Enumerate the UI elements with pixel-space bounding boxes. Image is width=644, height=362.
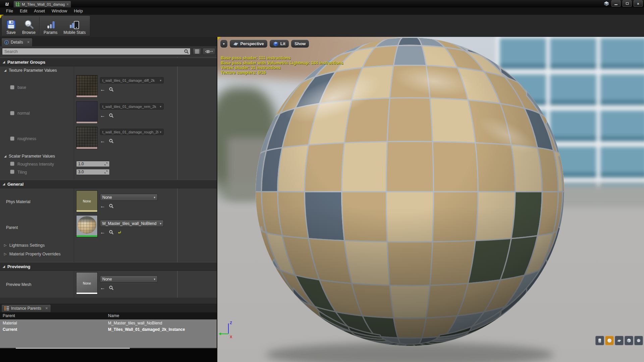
expanded-triangle-icon: ◢ (3, 265, 5, 268)
restore-button[interactable] (623, 0, 632, 7)
parent-material-thumbnail[interactable] (76, 215, 98, 237)
document-tab[interactable]: M_Tiles_Wall_01_damage × (13, 1, 71, 7)
parent-material-combo[interactable]: M_Master_tiles_wall_NoBlend ▾ (100, 220, 164, 227)
row-lightmass-settings[interactable]: ▷ Lightmass Settings (0, 241, 178, 249)
save-button[interactable]: Save (3, 16, 19, 36)
perspective-button[interactable]: Perspective (229, 40, 268, 48)
section-previewing[interactable]: ◢ Previewing (0, 262, 217, 271)
details-panel: i Details × (0, 37, 217, 304)
property-label: Preview Mesh (6, 282, 31, 287)
plane-icon (616, 338, 622, 343)
shape-sphere-button-selected[interactable] (605, 336, 614, 345)
browse-to-asset-icon[interactable] (109, 230, 114, 235)
use-selected-asset-icon[interactable]: ← (100, 230, 105, 235)
custom-mesh-icon (636, 338, 641, 343)
browse-to-asset-icon[interactable] (109, 204, 114, 208)
instance-parents-tab-close-icon[interactable]: × (45, 306, 48, 310)
param-label: roughness (17, 136, 36, 141)
params-icon (46, 19, 56, 29)
override-checkbox[interactable] (10, 170, 14, 174)
group-texture-parameter-values[interactable]: ◢ Texture Parameter Values (0, 66, 178, 74)
document-tab-title: M_Tiles_Wall_01_damage (22, 2, 65, 6)
property-label: Phys Material (6, 199, 31, 204)
shape-cube-button[interactable] (625, 336, 633, 345)
lit-mode-button[interactable]: Lit (269, 40, 289, 48)
reset-to-default-icon[interactable] (117, 230, 121, 234)
override-checkbox[interactable] (10, 162, 14, 166)
menu-window[interactable]: Window (48, 7, 70, 15)
menu-help[interactable]: Help (70, 7, 86, 15)
column-header-name[interactable]: Name (108, 313, 119, 318)
chevron-down-icon: ▾ (154, 196, 155, 199)
texture-thumbnail[interactable] (76, 127, 98, 149)
chevron-down-icon: ▾ (223, 42, 225, 46)
section-parameter-groups[interactable]: ◢ Parameter Groups (0, 58, 217, 66)
browse-to-asset-icon[interactable] (109, 87, 114, 92)
use-selected-asset-icon[interactable]: ← (100, 113, 105, 118)
use-selected-asset-icon[interactable]: ← (100, 286, 105, 290)
param-row-roughness-intensity: Roughness Intensity 1.0 (0, 160, 178, 168)
table-row-material[interactable]: Material M_Master_tiles_wall_NoBlend (0, 320, 217, 326)
texture-thumbnail[interactable] (76, 75, 98, 98)
show-menu-button[interactable]: Show (291, 40, 309, 48)
use-selected-asset-icon[interactable]: ← (100, 87, 105, 92)
material-asset-icon (16, 2, 20, 6)
phys-material-thumbnail[interactable]: None (76, 190, 98, 212)
minimize-button[interactable] (611, 0, 621, 7)
use-selected-asset-icon[interactable]: ← (100, 204, 105, 208)
unreal-logo-icon: u (3, 0, 11, 7)
browse-to-asset-icon[interactable] (109, 139, 114, 143)
override-checkbox[interactable] (10, 136, 14, 141)
override-checkbox[interactable] (10, 85, 14, 89)
use-selected-asset-icon[interactable]: ← (100, 139, 105, 143)
param-row-roughness: roughness t_wall_tiles_01_damage_rough_2… (0, 126, 178, 152)
drag-resize-icon (104, 162, 108, 166)
shape-plane-button[interactable] (615, 336, 624, 345)
mobile-stats-button[interactable]: Mobile Stats (60, 16, 89, 36)
phys-material-combo[interactable]: None ▾ (100, 194, 158, 201)
table-row-current[interactable]: Current M_Tiles_Wall_01_damaged_2k_Insta… (0, 326, 217, 333)
row-parent: Parent M_Master_tiles_wall_NoBlend ▾ ← (0, 215, 178, 241)
shape-custom-mesh-button[interactable] (634, 336, 643, 345)
scalar-value-input[interactable]: 1.0 (76, 161, 110, 167)
shape-cylinder-button[interactable] (595, 336, 604, 345)
texture-asset-combo[interactable]: t_wall_tiles_01_damage_rough_2k ▾ (100, 129, 164, 135)
preview-sphere[interactable] (217, 37, 644, 362)
row-material-property-overrides[interactable]: ▷ Material Property Overrides (0, 250, 178, 258)
menu-asset[interactable]: Asset (31, 7, 48, 15)
details-tab-close-icon[interactable]: × (27, 40, 30, 44)
tab-instance-parents[interactable]: Instance Parents × (1, 304, 51, 312)
stat-line: Vertex shader: 31 instructions (221, 65, 343, 70)
preview-mesh-combo[interactable]: None ▾ (100, 276, 158, 283)
display-filter-button[interactable] (193, 48, 201, 55)
tab-close-icon[interactable]: × (66, 2, 69, 6)
thumbnail-color-strip (76, 122, 97, 123)
tab-details[interactable]: i Details × (1, 38, 33, 46)
preview-viewport[interactable]: ▾ Perspective Lit Show Base pa (217, 37, 644, 362)
close-button[interactable]: × (634, 0, 643, 7)
column-header-parent[interactable]: Parent (3, 313, 15, 318)
instance-parents-header-row: Parent Name (0, 312, 217, 320)
search-input[interactable] (2, 48, 191, 55)
browse-to-asset-icon[interactable] (109, 286, 114, 290)
override-checkbox[interactable] (10, 111, 14, 115)
menu-edit[interactable]: Edit (16, 7, 31, 15)
group-scalar-parameter-values[interactable]: ◢ Scalar Parameter Values (0, 152, 178, 160)
browse-to-asset-icon[interactable] (109, 113, 114, 118)
row-preview-mesh: Preview Mesh None None ▾ ← (0, 272, 178, 298)
menu-file[interactable]: File (3, 7, 16, 15)
stat-line: Base pass shader with Volumetric Lightma… (221, 61, 343, 66)
params-button[interactable]: Params (41, 16, 60, 36)
browse-button[interactable]: Browse (19, 16, 39, 36)
texture-asset-combo[interactable]: t_wall_tiles_01_damage_diff_2k ▾ (100, 77, 164, 83)
scalar-value-input[interactable]: 3.0 (76, 169, 110, 175)
texture-asset-combo[interactable]: t_wall_tiles_01_damage_nrm_2k ▾ (100, 103, 164, 110)
texture-thumbnail[interactable] (76, 101, 98, 124)
preview-mesh-thumbnail[interactable]: None (76, 272, 98, 294)
chevron-down-icon: ▾ (154, 278, 155, 281)
view-options-button[interactable]: ▾ (203, 48, 215, 55)
thumbnail-color-strip (76, 210, 97, 212)
viewport-options-button[interactable]: ▾ (220, 40, 228, 48)
section-general[interactable]: ◢ General (0, 180, 217, 188)
sphere-icon (607, 338, 612, 343)
